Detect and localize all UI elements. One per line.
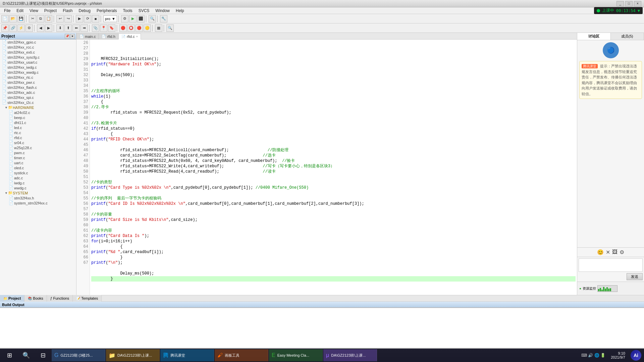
tb2-btn19[interactable]: 🔍	[166, 24, 174, 32]
menu-file[interactable]: File	[1, 8, 13, 14]
tree-item-oled-c[interactable]: 📄oled.c	[0, 165, 76, 170]
tree-item-stm32f4xx-usart-c[interactable]: 📄stm32f4xx_usart.c	[0, 60, 76, 65]
tree-item-stm32f4xx-i2c-c[interactable]: 📄stm32f4xx_i2c.c	[0, 100, 76, 105]
misc-1[interactable]: 🔧	[160, 15, 167, 22]
project-dropdown[interactable]: pro ▼	[103, 15, 117, 22]
tab-discussion[interactable]: 讨论区	[577, 33, 611, 40]
tree-item-rfid-c[interactable]: 📄rfid.c	[0, 135, 76, 140]
stop-button[interactable]: ■	[92, 15, 99, 22]
tb2-btn1[interactable]: 📌	[1, 24, 9, 32]
menu-window[interactable]: Window	[153, 8, 172, 14]
tree-item-at24c02-c[interactable]: 📄at24c02.c	[0, 110, 76, 115]
tree-item-SYSTEM[interactable]: ▼📁 SYSTEM	[0, 190, 76, 195]
tree-item-timer-c[interactable]: 📄timer.c	[0, 155, 76, 160]
taskview-button[interactable]: ⊟	[35, 349, 51, 361]
btm-tab-templates[interactable]: 📝 Templates	[73, 295, 102, 302]
menu-peripherals[interactable]: Peripherals	[94, 8, 120, 14]
tree-item-stm32f4xx-flash-c[interactable]: 📄stm32f4xx_flash.c	[0, 85, 76, 90]
tree-item-wwdg-c[interactable]: 📄wwdg.c	[0, 185, 76, 190]
taskbar-app-meeting[interactable]: E Easy Meeting Cla...	[269, 349, 323, 361]
settings-icon[interactable]: ⚙	[620, 249, 624, 255]
tb2-btn11[interactable]: 📎	[92, 24, 99, 32]
tb2-btn8[interactable]: ⬆	[64, 24, 72, 32]
tb2-btn14[interactable]: 🛑	[119, 24, 127, 32]
rebuild-button[interactable]: ⟳	[84, 15, 91, 22]
close-icon[interactable]: ✕	[606, 249, 610, 255]
tree-item-led-c[interactable]: 📄led.c	[0, 125, 76, 130]
tb2-btn6[interactable]: ▶	[45, 24, 52, 32]
tb2-btn12[interactable]: 📍	[100, 24, 107, 32]
panel-close-button[interactable]: ×	[70, 34, 75, 39]
menu-project[interactable]: Project	[42, 8, 59, 14]
tree-item-pwm-c[interactable]: 📄pwm.c	[0, 150, 76, 155]
folder-expand-icon[interactable]: ▼	[5, 106, 8, 109]
new-button[interactable]: 📄	[1, 15, 9, 22]
menu-tools[interactable]: Tools	[120, 8, 135, 14]
cut-button[interactable]: ✂	[29, 15, 36, 22]
tb2-btn13[interactable]: 🔖	[108, 24, 115, 32]
taskbar-app-uvision[interactable]: μ DA\GZ2123班\上课...	[323, 349, 377, 361]
panel-pin-button[interactable]: 📌	[65, 34, 69, 39]
tb2-btn9[interactable]: ⬅	[72, 24, 80, 32]
taskbar-app-tencent[interactable]: 腾 腾讯课堂	[160, 349, 214, 361]
code-editor[interactable]: 2627282930313233343536373839404142434445…	[76, 40, 577, 295]
image-icon[interactable]: 🖼	[612, 249, 618, 255]
tree-item-rtc-c[interactable]: 📄rtc.c	[0, 130, 76, 135]
tree-item-stm32f4xx-rcc-c[interactable]: 📄stm32f4xx_rcc.c	[0, 45, 76, 50]
undo-button[interactable]: ↩	[56, 15, 64, 22]
btm-tab-project[interactable]: 📁 Project	[0, 295, 24, 302]
tree-item-stm32f4xx-rtc-c[interactable]: 📄stm32f4xx_rtc.c	[0, 75, 76, 80]
tb2-btn5[interactable]: ◀	[37, 24, 44, 32]
tab-main-c[interactable]: 📄 main.c	[76, 33, 99, 39]
tab-close-rfid-c[interactable]: ×	[136, 35, 138, 38]
tree-item-stm32f4xx-h[interactable]: 📄stm32f4xx.h	[0, 195, 76, 200]
build-button[interactable]: ▶	[76, 15, 83, 22]
zoom-in[interactable]: 🔍	[149, 15, 156, 22]
tree-item-stm32f4xx-syscfg-c[interactable]: 📄stm32f4xx_syscfg.c	[0, 55, 76, 60]
tb2-btn10[interactable]: ➡	[80, 24, 88, 32]
tree-item-stm32f4xx-pwr-c[interactable]: 📄stm32f4xx_pwr.c	[0, 80, 76, 85]
tree-item-w25q128-c[interactable]: 📄w25q128.c	[0, 145, 76, 150]
tree-item-adc-c[interactable]: 📄adc.c	[0, 175, 76, 180]
chat-input[interactable]	[579, 258, 643, 272]
tree-item-iwdg-c[interactable]: 📄iwdg.c	[0, 180, 76, 185]
tree-item-stm32f4xx-exti-c[interactable]: 📄stm32f4xx_exti.c	[0, 50, 76, 55]
menu-debug[interactable]: Debug	[76, 8, 93, 14]
tree-item-stm32f4xx-adc-c[interactable]: 📄stm32f4xx_adc.c	[0, 90, 76, 95]
folder-expand-icon[interactable]: ▼	[5, 191, 8, 195]
tree-item-beep-c[interactable]: 📄beep.c	[0, 115, 76, 120]
redo-button[interactable]: ↪	[64, 15, 72, 22]
btm-tab-books[interactable]: 📚 Books	[24, 295, 47, 302]
tab-rfid-h[interactable]: 📄 rfid.h	[99, 33, 118, 39]
search-button[interactable]: 🔍	[18, 349, 34, 361]
maximize-button[interactable]: □	[625, 1, 633, 6]
btm-tab-functions[interactable]: ƒ Functions	[47, 295, 73, 302]
tab-rfid-c[interactable]: 📄 rfid.c ×	[118, 34, 141, 40]
save-button[interactable]: 💾	[17, 15, 25, 22]
start-button[interactable]: ⊞	[1, 349, 17, 361]
open-button[interactable]: 📂	[9, 15, 17, 22]
taskbar-app-paint[interactable]: 🖌 画板工具	[215, 349, 268, 361]
timer-dropdown[interactable]: ▼	[638, 8, 640, 13]
tb2-btn2[interactable]: 🔗	[9, 24, 17, 32]
ai-button[interactable]: Ai	[631, 350, 641, 361]
copy-button[interactable]: ⧉	[37, 15, 44, 22]
paste-button[interactable]: 📋	[45, 15, 52, 22]
tb2-btn4[interactable]: ⚙	[25, 24, 33, 32]
tree-item-system-stm32f4xx-c[interactable]: 📄system_stm32f4xx.c	[0, 200, 76, 205]
taskbar-app-gz2123[interactable]: G GZ2123期 (3楼25...	[52, 349, 105, 361]
tb2-btn17[interactable]: 🟡	[144, 24, 151, 32]
tree-item-stm32f4xx-spi-c[interactable]: 📄stm32f4xx_spi.c	[0, 95, 76, 100]
tree-item-sr04-c[interactable]: 📄sr04.c	[0, 140, 76, 145]
tree-item-systick-c[interactable]: 📄systick.c	[0, 170, 76, 175]
tb2-btn15[interactable]: ⭕	[127, 24, 135, 32]
tree-item-HARDWARE[interactable]: ▼📁 HARDWARE	[0, 105, 76, 110]
emoji-icon[interactable]: 😊	[597, 249, 604, 255]
tb2-btn16[interactable]: 🔴	[136, 24, 143, 32]
menu-help[interactable]: Help	[173, 8, 187, 14]
menu-view[interactable]: View	[27, 8, 41, 14]
close-button[interactable]: ×	[634, 1, 641, 6]
debug-start[interactable]: ▶	[129, 15, 137, 22]
tree-item-dht11-c[interactable]: 📄dht11.c	[0, 120, 76, 125]
target-options[interactable]: ⚙	[121, 15, 128, 22]
